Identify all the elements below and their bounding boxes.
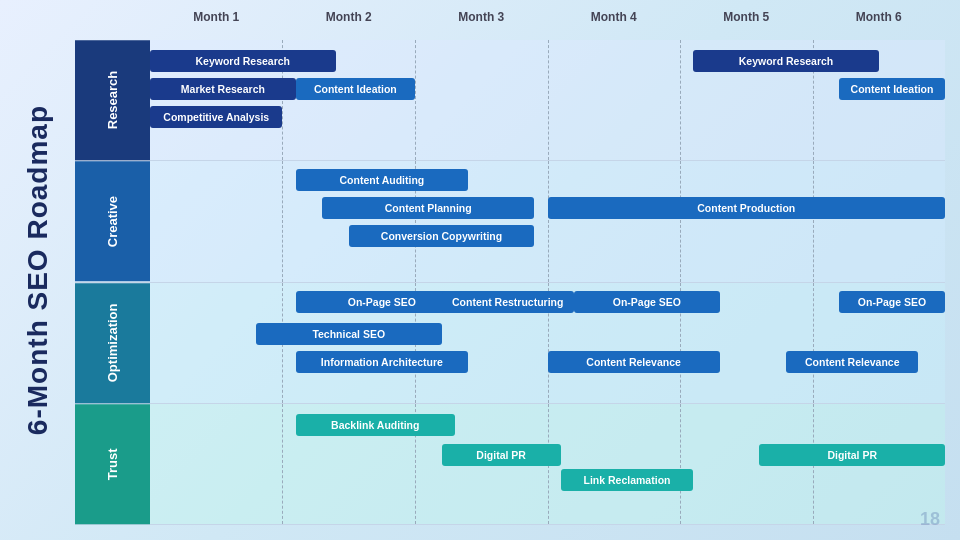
- month-headers: Month 1Month 2Month 3Month 4Month 5Month…: [150, 10, 945, 40]
- row-label-creative: Creative: [75, 161, 150, 281]
- month-header: Month 3: [415, 10, 548, 40]
- row-optimization: OptimizationOn-Page SEOContent Restructu…: [75, 283, 945, 404]
- gantt-bar: Information Architecture: [296, 351, 468, 373]
- row-label-trust: Trust: [75, 404, 150, 524]
- grid-line: [548, 161, 549, 281]
- gantt-bar: Content Planning: [322, 197, 534, 219]
- row-content-creative: Content AuditingContent PlanningConversi…: [150, 161, 945, 281]
- month-header: Month 1: [150, 10, 283, 40]
- gantt-bar: Content Auditing: [296, 169, 468, 191]
- main-title: 6-Month SEO Roadmap: [22, 105, 54, 435]
- month-header: Month 6: [813, 10, 946, 40]
- row-content-research: Keyword ResearchMarket ResearchCompetiti…: [150, 40, 945, 160]
- gantt-bar: On-Page SEO: [839, 291, 945, 313]
- chart-area: Month 1Month 2Month 3Month 4Month 5Month…: [75, 0, 960, 540]
- gantt-bar: Content Production: [548, 197, 946, 219]
- month-header: Month 2: [283, 10, 416, 40]
- gantt-bar: Link Reclamation: [561, 469, 693, 491]
- grid-line: [680, 40, 681, 160]
- gantt-bar: Content Ideation: [839, 78, 945, 100]
- gantt-bar: Content Restructuring: [442, 291, 574, 313]
- grid-line: [813, 283, 814, 403]
- gantt-bar: Keyword Research: [693, 50, 879, 72]
- row-content-optimization: On-Page SEOContent RestructuringOn-Page …: [150, 283, 945, 403]
- gantt-bar: Backlink Auditing: [296, 414, 455, 436]
- row-label-research: Research: [75, 40, 150, 160]
- grid-line: [282, 161, 283, 281]
- gantt-bar: Content Relevance: [548, 351, 720, 373]
- grid-line: [282, 404, 283, 524]
- gantt-bar: Market Research: [150, 78, 296, 100]
- row-content-trust: Backlink AuditingDigital PRLink Reclamat…: [150, 404, 945, 524]
- gantt-bar: Technical SEO: [256, 323, 442, 345]
- gantt-bar: Digital PR: [759, 444, 945, 466]
- gantt-bar: On-Page SEO: [574, 291, 720, 313]
- grid-line: [813, 161, 814, 281]
- gantt-bar: Conversion Copywriting: [349, 225, 535, 247]
- rows-container: ResearchKeyword ResearchMarket ResearchC…: [75, 40, 945, 525]
- gantt-bar: Content Relevance: [786, 351, 918, 373]
- month-header: Month 5: [680, 10, 813, 40]
- gantt-bar: Competitive Analysis: [150, 106, 282, 128]
- row-label-optimization: Optimization: [75, 283, 150, 403]
- title-area: 6-Month SEO Roadmap: [0, 0, 75, 540]
- gantt-bar: Content Ideation: [296, 78, 415, 100]
- row-research: ResearchKeyword ResearchMarket ResearchC…: [75, 40, 945, 161]
- grid-line: [415, 40, 416, 160]
- gantt-bar: Digital PR: [442, 444, 561, 466]
- gantt-bar: Keyword Research: [150, 50, 336, 72]
- row-trust: TrustBacklink AuditingDigital PRLink Rec…: [75, 404, 945, 525]
- watermark: 18: [920, 509, 940, 530]
- grid-line: [680, 161, 681, 281]
- grid-line: [680, 404, 681, 524]
- month-header: Month 4: [548, 10, 681, 40]
- row-creative: CreativeContent AuditingContent Planning…: [75, 161, 945, 282]
- grid-line: [548, 40, 549, 160]
